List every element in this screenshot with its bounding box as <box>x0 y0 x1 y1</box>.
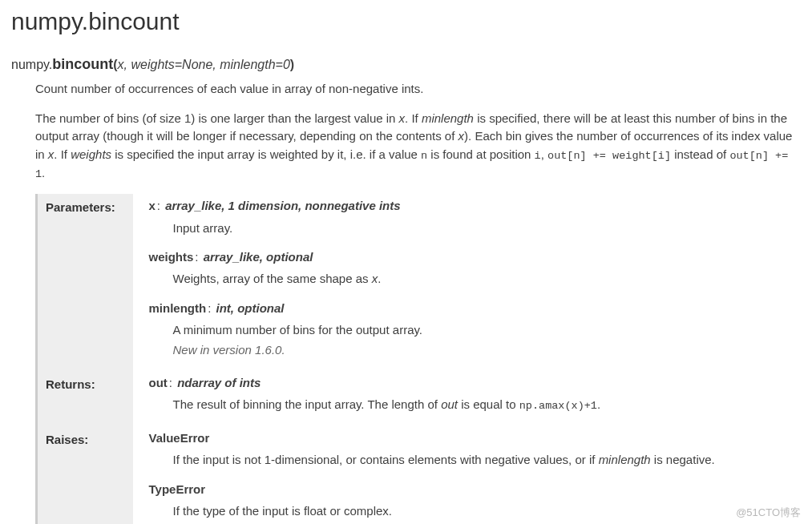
raise-valueerror: ValueError If the input is not 1-dimensi… <box>149 429 794 470</box>
desc-post: . <box>597 397 600 411</box>
desc-text: . If <box>54 147 71 161</box>
desc-mid: is equal to <box>458 397 519 411</box>
param-desc-minlength: A minimum number of bins for the output … <box>173 320 793 360</box>
summary: Count number of occurrences of each valu… <box>35 80 801 99</box>
return-desc: The result of binning the input array. T… <box>173 395 793 415</box>
sig-close-paren: ) <box>290 58 294 71</box>
desc-text: is found at position <box>427 147 534 161</box>
sig-module: numpy. <box>11 58 52 71</box>
return-name: out <box>149 376 168 389</box>
param-weights: weights: array_like, optional Weights, a… <box>149 248 793 288</box>
desc-em-weights: weights <box>71 147 111 161</box>
function-body: Count number of occurrences of each valu… <box>35 80 801 524</box>
raises-label: Raises: <box>37 426 133 524</box>
param-minlength: minlength: int, optional A minimum numbe… <box>149 300 793 360</box>
desc-em-x: x <box>399 111 406 125</box>
param-name-x: x <box>149 199 156 212</box>
raise-name-valueerror: ValueError <box>149 431 210 445</box>
code-n: n <box>421 150 427 162</box>
desc-text: , <box>541 147 547 161</box>
parameters-row: Parameters: x: array_like, 1 dimension, … <box>37 194 800 371</box>
sig-params: x, weights=None, minlength=0 <box>118 58 290 71</box>
page-title: numpy.bincount <box>11 0 801 39</box>
field-list-table: Parameters: x: array_like, 1 dimension, … <box>35 194 801 524</box>
raise-typeerror: TypeError If the type of the input is fl… <box>149 481 794 521</box>
desc-text: instead of <box>671 147 729 161</box>
code-expr: out[n] += weight[i] <box>547 150 671 162</box>
desc-code: np.amax(x)+1 <box>519 400 597 412</box>
desc-pre: Weights, array of the same shape as <box>173 272 372 285</box>
code-i: i <box>535 150 541 162</box>
function-signature: numpy.bincount(x, weights=None, minlengt… <box>11 54 801 75</box>
desc-em-x: x <box>459 129 465 143</box>
param-desc-x: Input array. <box>173 219 793 237</box>
returns-row: Returns: out: ndarray of ints The result… <box>37 371 800 426</box>
version-added: New in version 1.6.0. <box>173 341 793 359</box>
desc-post: . <box>378 272 381 285</box>
param-name-weights: weights <box>149 250 194 264</box>
raise-name-typeerror: TypeError <box>149 482 206 496</box>
raise-desc-valueerror: If the input is not 1-dimensional, or co… <box>173 450 794 469</box>
returns-body: out: ndarray of ints The result of binni… <box>133 371 800 426</box>
sig-name: bincount <box>52 56 113 72</box>
parameters-body: x: array_like, 1 dimension, nonnegative … <box>133 194 800 371</box>
return-out: out: ndarray of ints The result of binni… <box>149 374 793 415</box>
param-type-minlength: int, optional <box>216 301 285 315</box>
desc-pre: The result of binning the input array. T… <box>173 397 442 411</box>
desc-em: out <box>441 397 458 411</box>
desc-text: . If <box>405 111 422 125</box>
param-type-x: array_like, 1 dimension, nonnegative int… <box>165 199 400 212</box>
raise-desc-typeerror: If the type of the input is float or com… <box>173 502 794 520</box>
parameters-label: Parameters: <box>37 194 133 371</box>
function-block: numpy.bincount(x, weights=None, minlengt… <box>11 54 801 524</box>
desc-text: is specified the input array is weighted… <box>111 147 421 161</box>
desc-em-minlength: minlength <box>422 111 474 125</box>
param-name-minlength: minlength <box>149 301 207 315</box>
returns-label: Returns: <box>37 371 133 426</box>
raises-row: Raises: ValueError If the input is not 1… <box>37 426 800 524</box>
description: The number of bins (of size 1) is one la… <box>35 110 801 183</box>
desc-text: The number of bins (of size 1) is one la… <box>35 111 399 125</box>
desc-post: is negative. <box>651 453 715 466</box>
param-desc-weights: Weights, array of the same shape as x. <box>173 269 793 288</box>
desc-pre: If the input is not 1-dimensional, or co… <box>173 453 599 466</box>
param-type-weights: array_like, optional <box>204 250 313 264</box>
raises-body: ValueError If the input is not 1-dimensi… <box>133 426 800 524</box>
param-x: x: array_like, 1 dimension, nonnegative … <box>149 197 793 237</box>
desc-text: A minimum number of bins for the output … <box>173 323 423 337</box>
watermark: @51CTO博客 <box>736 505 801 521</box>
desc-em: minlength <box>599 453 651 466</box>
return-type: ndarray of ints <box>177 376 261 389</box>
desc-text: . <box>42 166 45 179</box>
